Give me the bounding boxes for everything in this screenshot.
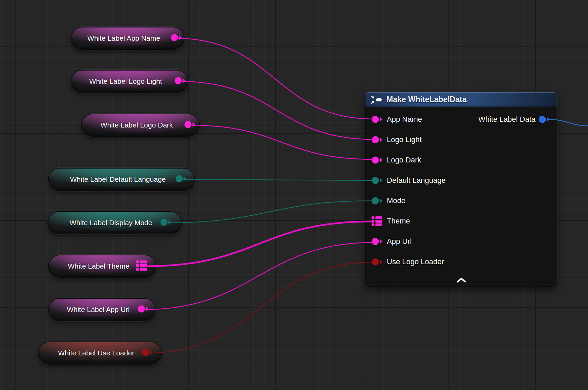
input-pin[interactable] bbox=[372, 175, 383, 186]
node-label: White Label App Url bbox=[57, 306, 147, 314]
output-pin[interactable] bbox=[175, 175, 187, 184]
output-pin[interactable] bbox=[142, 348, 153, 358]
make-whitelabeldata-node[interactable]: Make WhiteLabelData App Name Logo Light … bbox=[365, 92, 557, 287]
output-pin[interactable] bbox=[539, 115, 550, 123]
input-pin-row-use-logo-loader: Use Logo Loader bbox=[365, 252, 557, 272]
make-struct-icon bbox=[371, 96, 383, 104]
input-pin[interactable] bbox=[372, 236, 383, 247]
getter-node-white-label-app-name[interactable]: White Label App Name bbox=[70, 27, 185, 50]
output-pin[interactable] bbox=[184, 120, 196, 130]
struct-grid-icon[interactable] bbox=[372, 216, 383, 227]
getter-node-white-label-logo-light[interactable]: White Label Logo Light bbox=[70, 70, 188, 93]
input-pin-row-app-url: App Url bbox=[365, 231, 557, 252]
node-label: White Label Theme bbox=[58, 262, 147, 270]
wire-4[interactable] bbox=[165, 201, 374, 223]
output-pin[interactable] bbox=[138, 305, 149, 314]
chevron-up-icon[interactable] bbox=[454, 277, 468, 284]
input-pin[interactable] bbox=[372, 134, 383, 145]
pin-label: Theme bbox=[387, 217, 410, 226]
output-pin[interactable] bbox=[174, 77, 186, 86]
getter-node-white-label-logo-dark[interactable]: White Label Logo Dark bbox=[81, 114, 200, 137]
getter-node-white-label-app-url[interactable]: White Label App Url bbox=[48, 298, 156, 321]
wire-1[interactable] bbox=[180, 81, 374, 139]
output-pin[interactable] bbox=[171, 34, 182, 43]
pin-label: App Name bbox=[387, 115, 422, 124]
input-pin[interactable] bbox=[372, 155, 383, 165]
getter-node-white-label-default-language[interactable]: White Label Default Language bbox=[48, 168, 195, 191]
output-pin-label: White Label Data bbox=[478, 115, 536, 124]
struct-grid-icon[interactable] bbox=[136, 260, 147, 272]
wire-0[interactable] bbox=[176, 38, 374, 119]
pin-label: Use Logo Loader bbox=[387, 257, 444, 266]
input-pin-row-theme: Theme bbox=[365, 211, 557, 231]
pin-label: Mode bbox=[387, 196, 405, 205]
node-label: White Label Logo Light bbox=[79, 77, 180, 85]
wire-7[interactable] bbox=[147, 262, 374, 353]
node-header[interactable]: Make WhiteLabelData bbox=[365, 92, 557, 107]
blueprint-canvas[interactable]: White Label App Name White Label Logo Li… bbox=[0, 0, 588, 390]
node-label: White Label App Name bbox=[77, 34, 178, 42]
output-pin-row: White Label Data bbox=[478, 115, 550, 124]
pin-label: Logo Light bbox=[387, 135, 422, 144]
input-pin-row-default-language: Default Language bbox=[365, 170, 557, 191]
input-pin[interactable] bbox=[372, 195, 383, 206]
input-pin-row-logo-light: Logo Light bbox=[365, 130, 557, 150]
pin-label: Default Language bbox=[387, 176, 446, 185]
input-pin-row-logo-dark: Logo Dark bbox=[365, 150, 557, 170]
wire-6[interactable] bbox=[143, 242, 374, 310]
node-label: White Label Logo Dark bbox=[90, 121, 191, 129]
input-pin[interactable] bbox=[372, 256, 383, 267]
wire-2[interactable] bbox=[189, 125, 374, 159]
getter-node-white-label-display-mode[interactable]: White Label Display Mode bbox=[47, 211, 182, 234]
wire-3[interactable] bbox=[181, 179, 374, 180]
pin-label: App Url bbox=[387, 237, 412, 246]
getter-node-white-label-theme[interactable]: White Label Theme bbox=[48, 255, 156, 278]
pin-label: Logo Dark bbox=[387, 156, 421, 164]
input-pin[interactable] bbox=[372, 114, 383, 125]
node-title: Make WhiteLabelData bbox=[386, 95, 466, 104]
node-label: White Label Display Mode bbox=[60, 219, 170, 227]
node-label: White Label Default Language bbox=[60, 175, 184, 183]
input-pin-row-mode: Mode bbox=[365, 191, 557, 211]
output-pin[interactable] bbox=[160, 218, 172, 228]
node-label: White Label Use Loader bbox=[48, 349, 152, 357]
getter-node-white-label-use-loader[interactable]: White Label Use Loader bbox=[38, 342, 162, 365]
